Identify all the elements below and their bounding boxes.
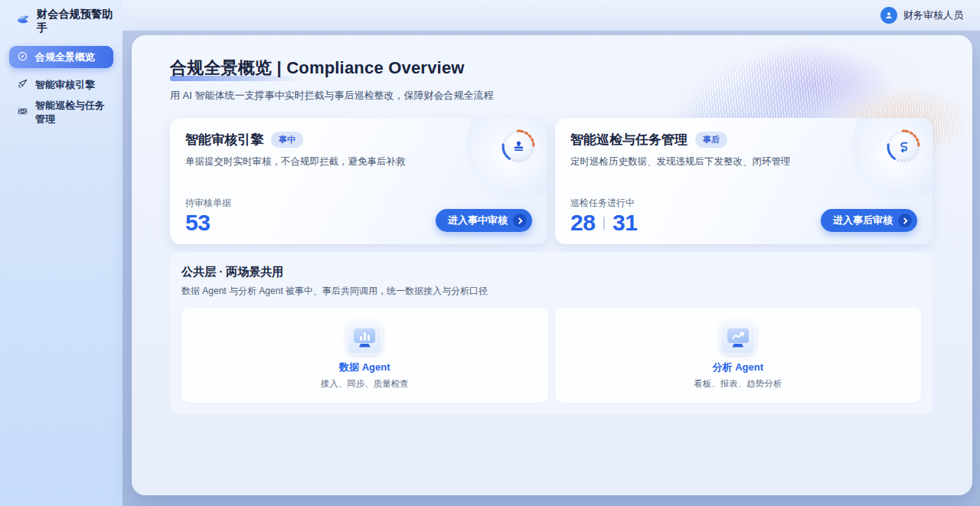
route-icon: [885, 128, 922, 165]
user-avatar-icon: [880, 7, 897, 24]
button-label: 进入事中审核: [448, 214, 508, 227]
card-inspection-tasks: 智能巡检与任务管理 事后 定时巡检历史数据、发现违规后下发整改、闭环管理 巡检任…: [555, 118, 933, 244]
user-chip[interactable]: 财务审核人员: [880, 7, 963, 24]
bar-chart-monitor-icon: [347, 321, 382, 354]
arrow-right-icon: [513, 214, 527, 227]
phase-badge: 事中: [271, 132, 303, 148]
stat-divider: |: [602, 214, 606, 230]
sidebar-item-label: 智能巡检与任务管理: [35, 99, 106, 126]
sidebar-item-label: 合规全景概览: [35, 51, 95, 64]
brand: 财会合规预警助手: [0, 0, 122, 35]
stat-label: 待审核单据: [185, 197, 231, 210]
analysis-agent-card[interactable]: 分析 Agent 看板、报表、趋势分析: [555, 308, 922, 403]
arrow-right-icon: [898, 214, 912, 227]
trend-monitor-icon: [720, 321, 756, 354]
page-title: 合规全景概览 | Compliance Overview: [170, 57, 933, 80]
page-header: 合规全景概览 | Compliance Overview 用 AI 智能体统一支…: [170, 57, 933, 103]
app-logo-icon: [15, 12, 31, 31]
agent-description: 接入、同步、质量检查: [321, 378, 409, 390]
enter-realtime-audit-button[interactable]: 进入事中审核: [436, 209, 532, 232]
agent-name: 分析 Agent: [713, 361, 763, 374]
sidebar-nav: 合规全景概览 智能审核引擎 智能巡检与任务管理: [0, 46, 122, 123]
sidebar-item-label: 智能审核引擎: [35, 78, 95, 92]
sidebar-item-inspection-tasks[interactable]: 智能巡检与任务管理: [9, 101, 113, 123]
card-description: 定时巡检历史数据、发现违规后下发整改、闭环管理: [570, 155, 917, 168]
rocket-icon: [17, 78, 28, 92]
card-title: 智能审核引擎: [185, 131, 263, 149]
shared-section-title: 公共层 · 两场景共用: [181, 265, 921, 279]
stat-value-2: 31: [612, 211, 637, 235]
card-stat: 巡检任务进行中 28 | 31: [570, 197, 637, 235]
app-title: 财会合规预警助手: [37, 8, 122, 35]
page-subtitle: 用 AI 智能体统一支撑事中实时拦截与事后巡检整改，保障财会合规全流程: [170, 89, 933, 103]
sidebar: 财会合规预警助手 合规全景概览 智能审核引擎: [0, 0, 122, 506]
card-audit-engine: 智能审核引擎 事中 单据提交时实时审核，不合规即拦截，避免事后补救 待审核单据 …: [170, 118, 547, 244]
stat-value: 53: [185, 211, 210, 235]
shared-section-subtitle: 数据 Agent 与分析 Agent 被事中、事后共同调用，统一数据接入与分析口…: [181, 285, 921, 298]
user-name: 财务审核人员: [903, 8, 963, 22]
enter-post-audit-button[interactable]: 进入事后审核: [821, 209, 917, 232]
agent-description: 看板、报表、趋势分析: [694, 378, 782, 390]
scenario-cards-row: 智能审核引擎 事中 单据提交时实时审核，不合规即拦截，避免事后补救 待审核单据 …: [170, 118, 933, 244]
card-stat: 待审核单据 53: [185, 197, 231, 235]
phase-badge: 事后: [695, 132, 727, 148]
stat-value: 28: [570, 211, 595, 235]
agent-name: 数据 Agent: [339, 361, 390, 374]
data-agent-card[interactable]: 数据 Agent 接入、同步、质量检查: [181, 308, 548, 403]
topbar: 财务审核人员: [122, 0, 980, 31]
sidebar-item-compliance-overview[interactable]: 合规全景概览: [9, 46, 113, 68]
agents-row: 数据 Agent 接入、同步、质量检查 分析 Agent 看板、报表、趋势分析: [181, 308, 921, 403]
shared-layer-section: 公共层 · 两场景共用 数据 Agent 与分析 Agent 被事中、事后共同调…: [170, 252, 933, 414]
button-label: 进入事后审核: [833, 214, 893, 227]
card-description: 单据提交时实时审核，不合规即拦截，避免事后补救: [185, 155, 532, 168]
card-title: 智能巡检与任务管理: [570, 131, 688, 149]
main-panel: 合规全景概览 | Compliance Overview 用 AI 智能体统一支…: [132, 35, 972, 495]
stamp-icon: [500, 128, 537, 165]
stat-label: 巡检任务进行中: [570, 197, 637, 210]
orbit-icon: [17, 106, 28, 119]
sidebar-item-audit-engine[interactable]: 智能审核引擎: [9, 73, 113, 96]
compass-icon: [17, 51, 28, 64]
